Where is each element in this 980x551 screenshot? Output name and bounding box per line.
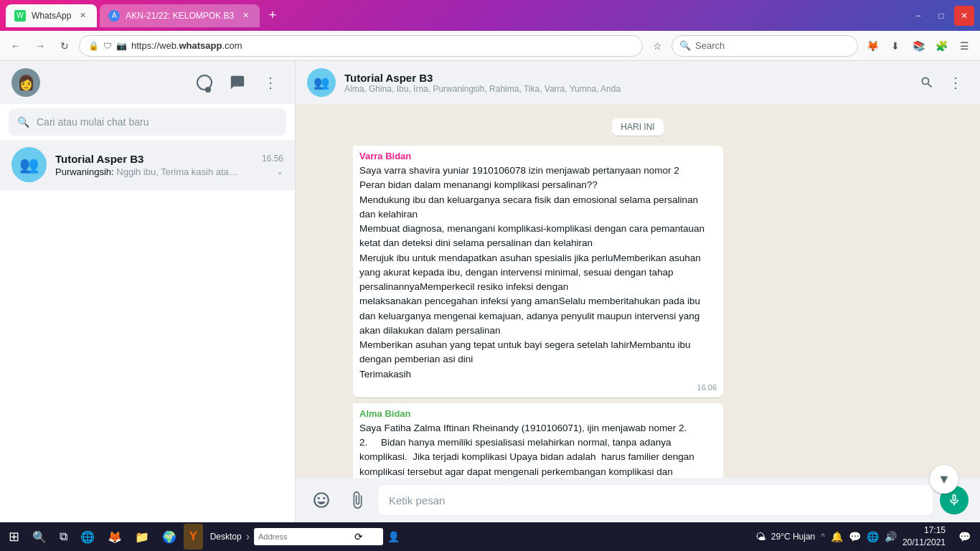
new-tab-button[interactable]: +: [263, 6, 283, 26]
wa-input-bar: [296, 478, 980, 522]
message-alma: Alma Bidan Saya Fatiha Zalma Iftinan Rhe…: [353, 403, 723, 478]
message-text-alma: Saya Fatiha Zalma Iftinan Rheinandy (191…: [359, 421, 717, 478]
chrome-icon: 🌍: [162, 530, 176, 544]
taskbar-address-input[interactable]: [258, 532, 352, 541]
taskbar-task-view[interactable]: ⧉: [54, 524, 73, 550]
taskbar-clock: 17:15 20/11/2021: [903, 524, 946, 549]
lock-icon: 🔒: [88, 41, 99, 51]
windows-icon: ⊞: [9, 529, 19, 545]
chat-header-info: Tutorial Asper B3 Alma, Ghina, Ibu, Irna…: [344, 72, 905, 94]
tab-akn-label: AKN-21/22: KELOMPOK B3: [126, 11, 234, 21]
wa-header-icons: ⋮: [192, 70, 283, 95]
forward-button[interactable]: →: [30, 36, 50, 56]
profile-avatar-icon: 👩: [17, 74, 35, 91]
search-chat-button[interactable]: [914, 70, 940, 95]
close-button[interactable]: ✕: [954, 6, 974, 26]
wa-chat-header: 👥 Tutorial Asper B3 Alma, Ghina, Ibu, Ir…: [296, 61, 980, 104]
chat-name-tutorial: Tutorial Asper B3: [55, 153, 143, 165]
taskbar-caret: ^: [821, 532, 825, 542]
chat-header-name: Tutorial Asper B3: [344, 72, 905, 84]
weather-text: 29°C Hujan: [771, 532, 816, 542]
message-text-varra: Saya varra shavira yuniar 1910106078 izi…: [359, 164, 717, 382]
message-input-field[interactable]: [379, 485, 933, 515]
whatsapp-app: 👩 ⋮ 🔍 👥: [0, 61, 980, 522]
tab-whatsapp[interactable]: W WhatsApp ✕: [6, 4, 97, 27]
new-chat-button[interactable]: [225, 70, 250, 95]
message-varra: Varra Bidan Saya varra shavira yuniar 19…: [353, 146, 723, 397]
wa-left-panel: 👩 ⋮ 🔍 👥: [0, 61, 296, 522]
attach-icon: [348, 491, 367, 509]
chat-item-tutorial[interactable]: 👥 Tutorial Asper B3 16.56 Purwaningsih: …: [0, 140, 295, 190]
wa-messages[interactable]: HARI INI Varra Bidan Saya varra shavira …: [296, 104, 980, 478]
taskbar-person-icon[interactable]: 👤: [387, 531, 400, 542]
weather-icon: 🌤: [755, 531, 765, 542]
search-chat-icon: [920, 75, 934, 90]
refresh-icon[interactable]: ⟳: [354, 531, 363, 542]
wa-chat-list: 👥 Tutorial Asper B3 16.56 Purwaningsih: …: [0, 140, 295, 522]
sender-alma: Alma Bidan: [359, 408, 717, 419]
tab-whatsapp-label: WhatsApp: [32, 11, 71, 21]
status-button[interactable]: [192, 70, 217, 95]
taskbar-y[interactable]: Y: [184, 524, 203, 550]
toolbar-icons: 🦊 ⬇ 📚 🧩 ☰: [862, 36, 974, 56]
taskbar-edge[interactable]: 🌐: [75, 524, 100, 550]
start-button[interactable]: ⊞: [3, 524, 25, 550]
search-input[interactable]: [37, 116, 278, 128]
download-button[interactable]: ⬇: [885, 36, 905, 56]
emoji-button[interactable]: [307, 486, 336, 514]
task-view-icon: ⧉: [60, 530, 67, 543]
more-chat-button[interactable]: ⋮: [943, 70, 969, 95]
pocket-button[interactable]: 🦊: [862, 36, 882, 56]
message-time-varra: 16.06: [697, 383, 717, 392]
message-input[interactable]: [389, 494, 923, 507]
message-meta-varra: 16.06: [359, 383, 717, 392]
library-button[interactable]: 📚: [908, 36, 928, 56]
search-box[interactable]: 🔍 Search: [672, 35, 858, 57]
taskbar-firefox[interactable]: 🦊: [102, 524, 128, 550]
chevron-down-scroll: ▼: [938, 472, 951, 479]
tab-akn[interactable]: A AKN-21/22: KELOMPOK B3 ✕: [100, 4, 260, 27]
chat-avatar-tutorial: 👥: [11, 147, 47, 182]
profile-avatar[interactable]: 👩: [11, 68, 40, 97]
taskbar: ⊞ 🔍 ⧉ 🌐 🦊 📁 🌍 Y Desktop › ⟳ 👤 🌤 29°C Huj…: [0, 522, 980, 551]
desktop-label: Desktop: [210, 532, 242, 542]
search-text: Search: [695, 40, 725, 51]
taskbar-notification-area[interactable]: 💬: [951, 524, 977, 550]
menu-button-left[interactable]: ⋮: [258, 70, 283, 95]
chat-header-icons: ⋮: [914, 70, 969, 95]
menu-button[interactable]: ☰: [954, 36, 974, 56]
taskbar-right: 🌤 29°C Hujan ^ 🔔 💬 🌐 🔊 17:15 20/11/2021 …: [755, 524, 977, 550]
bookmark-button[interactable]: ☆: [647, 36, 667, 56]
extension-button[interactable]: 🧩: [931, 36, 951, 56]
date-badge: HARI INI: [612, 118, 663, 136]
taskbar-chrome[interactable]: 🌍: [156, 524, 182, 550]
clock-date: 20/11/2021: [903, 537, 946, 549]
tab-akn-close[interactable]: ✕: [240, 10, 251, 22]
new-chat-icon: [230, 75, 245, 90]
akn-favicon: A: [108, 10, 120, 22]
taskbar-explorer[interactable]: 📁: [129, 524, 155, 550]
explorer-icon: 📁: [135, 530, 149, 544]
address-bar[interactable]: 🔒 🛡 📷 https://web.whatsapp.com: [79, 35, 643, 57]
attach-button[interactable]: [343, 486, 372, 514]
chat-preview-sender: Purwaningsih:: [55, 166, 114, 177]
taskbar-address-input-wrap[interactable]: ⟳: [254, 528, 383, 545]
scroll-down-button[interactable]: ▼: [930, 465, 958, 478]
clock-time: 17:15: [903, 524, 946, 537]
taskbar-search[interactable]: 🔍: [27, 524, 52, 550]
taskbar-notify-icon: 🔔: [831, 531, 843, 542]
group-avatar-icon: 👥: [19, 156, 39, 174]
wa-search-inner: 🔍: [9, 108, 286, 136]
back-button[interactable]: ←: [6, 36, 26, 56]
wa-right-panel: 👥 Tutorial Asper B3 Alma, Ghina, Ibu, Ir…: [296, 61, 980, 522]
browser-addressbar: ← → ↻ 🔒 🛡 📷 https://web.whatsapp.com ☆ 🔍…: [0, 31, 980, 61]
minimize-button[interactable]: −: [908, 6, 928, 26]
camera-icon: 📷: [116, 41, 127, 51]
firefox-icon: 🦊: [108, 530, 122, 544]
sender-varra: Varra Bidan: [359, 151, 717, 161]
chat-header-avatar-icon: 👥: [314, 75, 329, 90]
reload-button[interactable]: ↻: [55, 36, 75, 56]
chat-header-avatar[interactable]: 👥: [307, 68, 336, 97]
maximize-button[interactable]: □: [931, 6, 951, 26]
tab-whatsapp-close[interactable]: ✕: [77, 10, 88, 22]
